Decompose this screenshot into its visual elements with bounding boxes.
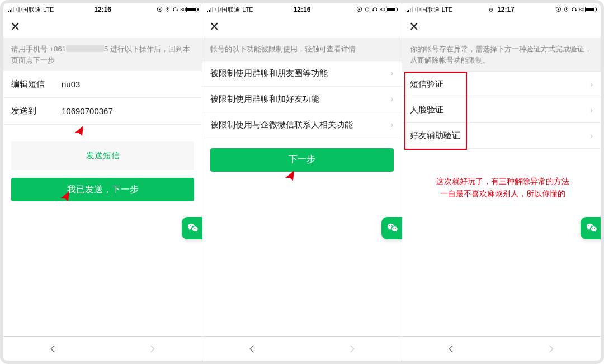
battery-icon: 80 <box>579 7 596 12</box>
phone-screen-1: 中国联通 LTE 12:16 80 <box>3 3 202 361</box>
verify-friend-row[interactable]: 好友辅助验证 › <box>402 123 601 149</box>
wechat-float-icon[interactable] <box>381 217 404 239</box>
chevron-right-icon: › <box>590 79 593 89</box>
battery-level: 80 <box>380 7 385 12</box>
restriction-row[interactable]: 被限制使用群聊和加好友功能 › <box>202 87 401 112</box>
chevron-right-icon: › <box>590 105 593 115</box>
restriction-row[interactable]: 被限制使用与企微微信联系人相关功能 › <box>202 112 401 138</box>
battery-icon: 80 <box>180 7 197 12</box>
chevron-right-icon: › <box>590 131 593 141</box>
battery-level: 80 <box>180 7 186 12</box>
status-bar: 中国联通 LTE 12:17 80 <box>402 3 601 16</box>
clock-label: 12:17 <box>488 6 515 13</box>
time-text: 12:17 <box>497 6 515 13</box>
nav-back-button[interactable] <box>241 338 263 360</box>
alarm-icon <box>164 6 171 13</box>
alarm-icon <box>364 6 370 13</box>
clock-label: 12:16 <box>294 6 311 13</box>
button-label: 我已发送，下一步 <box>67 184 139 196</box>
headphone-icon <box>372 6 378 13</box>
close-icon[interactable]: ✕ <box>409 21 419 33</box>
wechat-float-icon[interactable] <box>581 217 603 239</box>
notice-text: 帐号的以下功能被限制使用，轻触可查看详情 <box>210 45 356 53</box>
verify-face-row[interactable]: 人脸验证 › <box>402 97 601 123</box>
carrier-label: 中国联通 <box>215 6 240 14</box>
nav-back-button[interactable] <box>440 338 463 360</box>
masked-phone <box>66 45 104 52</box>
nav-forward-button[interactable] <box>141 338 163 360</box>
signal-icon <box>8 7 14 12</box>
row-label: 人脸验证 <box>410 105 586 115</box>
link-label: 发送短信 <box>86 150 120 160</box>
chevron-right-icon: › <box>390 68 393 78</box>
annotation-arrow <box>267 169 301 203</box>
row-value: nu03 <box>62 79 194 89</box>
annotation-text: 这次就好玩了，有三种解除异常的方法 一白最不喜欢麻烦别人，所以你懂的 <box>424 175 581 200</box>
carrier-label: 中国联通 <box>415 6 440 14</box>
notice-text: 你的帐号存在异常，需选择下方一种验证方式完成验证，从而解除帐号功能限制。 <box>410 45 592 64</box>
bottom-nav <box>3 336 202 361</box>
bottom-nav <box>202 336 401 361</box>
instruction-notice: 你的帐号存在异常，需选择下方一种验证方式完成验证，从而解除帐号功能限制。 <box>402 38 601 71</box>
nav-forward-button[interactable] <box>540 338 562 360</box>
next-button[interactable]: 下一步 <box>210 148 393 172</box>
lock-icon <box>555 6 561 13</box>
top-nav: ✕ <box>202 16 401 38</box>
network-label: LTE <box>43 6 54 13</box>
battery-level: 80 <box>579 7 584 12</box>
alarm-icon <box>563 6 569 13</box>
battery-icon: 80 <box>380 7 397 12</box>
row-label: 短信验证 <box>410 79 586 89</box>
bottom-nav <box>402 336 601 361</box>
svg-rect-4 <box>177 9 178 11</box>
svg-rect-1 <box>159 8 161 10</box>
instruction-notice: 帐号的以下功能被限制使用，轻触可查看详情 <box>202 38 401 60</box>
notice-prefix: 请用手机号 +861 <box>11 45 66 53</box>
status-bar: 中国联通 LTE 12:16 80 <box>202 3 401 16</box>
instruction-notice: 请用手机号 +8615 进行以下操作后，回到本页面点下一步 <box>3 38 202 71</box>
alarm-icon <box>488 6 496 13</box>
svg-rect-14 <box>572 9 573 11</box>
row-label: 被限制使用群聊和加好友功能 <box>210 94 386 105</box>
headphone-icon <box>571 6 577 13</box>
svg-rect-8 <box>372 9 374 11</box>
top-nav: ✕ <box>3 16 202 38</box>
lock-icon <box>356 6 362 13</box>
phone-screen-2: 中国联通 LTE 12:16 80 ✕ <box>202 3 402 361</box>
row-label: 好友辅助验证 <box>410 130 586 141</box>
row-value: 10690700367 <box>62 106 194 116</box>
top-nav: ✕ <box>402 16 601 38</box>
clock-label: 12:16 <box>94 6 111 13</box>
network-label: LTE <box>242 6 253 13</box>
nav-forward-button[interactable] <box>341 338 363 360</box>
svg-rect-12 <box>558 8 559 10</box>
svg-rect-6 <box>358 8 360 10</box>
edit-sms-row: 编辑短信 nu03 <box>3 71 202 98</box>
row-label: 被限制使用与企微微信联系人相关功能 <box>210 120 386 130</box>
row-label: 编辑短信 <box>11 79 62 89</box>
network-label: LTE <box>442 6 452 13</box>
send-sms-link[interactable]: 发送短信 <box>11 141 194 170</box>
wechat-float-icon[interactable] <box>182 217 204 239</box>
close-icon[interactable]: ✕ <box>209 21 219 33</box>
button-label: 下一步 <box>289 154 315 166</box>
nav-back-button[interactable] <box>42 338 64 360</box>
status-bar: 中国联通 LTE 12:16 80 <box>3 3 202 16</box>
signal-icon <box>407 7 413 12</box>
signal-icon <box>207 7 213 12</box>
send-to-row: 发送到 10690700367 <box>3 98 202 125</box>
verify-sms-row[interactable]: 短信验证 › <box>402 72 601 97</box>
phone-screen-3: 中国联通 LTE 12:17 80 <box>402 3 601 361</box>
row-label: 发送到 <box>11 106 62 116</box>
headphone-icon <box>172 6 178 13</box>
svg-rect-15 <box>575 9 577 11</box>
chevron-right-icon: › <box>390 120 393 130</box>
chevron-right-icon: › <box>390 94 393 104</box>
lock-icon <box>157 6 163 13</box>
svg-rect-3 <box>173 9 174 11</box>
svg-rect-9 <box>376 9 377 11</box>
close-icon[interactable]: ✕ <box>10 21 20 33</box>
restriction-row[interactable]: 被限制使用群聊和朋友圈等功能 › <box>202 61 401 87</box>
sent-next-button[interactable]: 我已发送，下一步 <box>11 178 194 201</box>
carrier-label: 中国联通 <box>16 6 41 14</box>
